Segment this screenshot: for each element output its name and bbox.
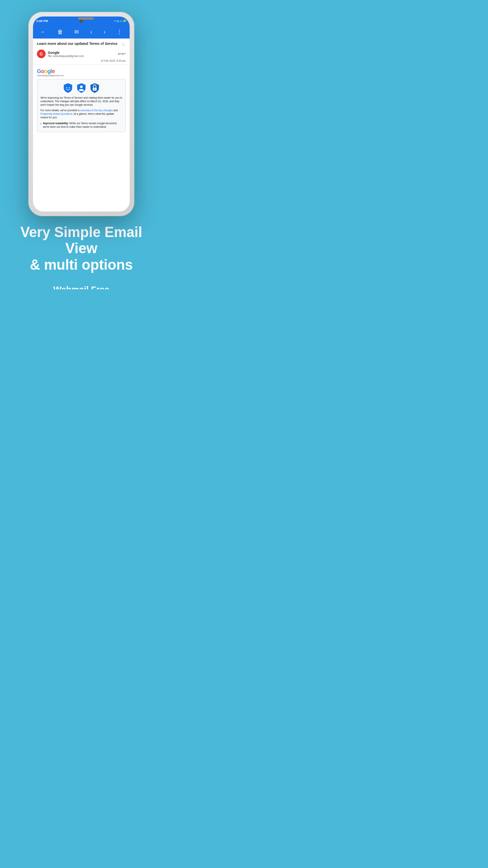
shields-row [63, 83, 100, 94]
trash-button[interactable]: 🗑 [57, 29, 63, 35]
email-subject-row: Learn more about our updated Terms of Se… [37, 42, 126, 47]
headline-line2: & multi options [30, 257, 133, 273]
body-prefix: For more details, we've provided a [40, 109, 80, 112]
body-mid: and [113, 109, 118, 112]
mail-button[interactable]: ✉ [74, 29, 79, 35]
faq-link[interactable]: Frequently Asked Questions [40, 112, 72, 115]
svg-point-0 [66, 87, 67, 88]
shield-person-icon [76, 83, 86, 94]
google-logo: Google [37, 68, 126, 74]
email-subject: Learn more about our updated Terms of Se… [37, 42, 120, 46]
back-button[interactable]: ← [40, 29, 46, 35]
signal-icon: ••• [114, 20, 116, 22]
sender-avatar: G [37, 50, 46, 58]
google-logo-area: Google celestialquad@gmail.com [37, 68, 126, 77]
bottom-section: Very Simple Email View & multi options W… [0, 224, 163, 289]
sender-row: G Google To: celestialquad@gmail.com ↩↩ [37, 50, 126, 58]
status-icons: ••• ⊞ ⊙ 35 [114, 20, 127, 22]
body-text-1: We're improving our Terms of Service and… [40, 96, 122, 107]
headline-line1: Very Simple Email View [20, 224, 142, 256]
google-email-sub: celestialquad@gmail.com [37, 74, 126, 77]
phone-screen: 3:08 PM ••• ⊞ ⊙ 35 ← 🗑 ✉ ‹ › ⋮ [33, 17, 130, 211]
bullet-content: Improved readability: While our Terms re… [43, 121, 122, 129]
shield-smiley-icon [63, 83, 73, 94]
wifi-icon: ⊙ [120, 20, 122, 22]
svg-point-4 [94, 89, 95, 90]
sender-name: Google [48, 51, 118, 55]
bullet-label: Improved readability: [43, 122, 69, 125]
body-text-2: For more details, we've provided a summa… [40, 108, 122, 119]
status-time: 3:08 PM [36, 19, 48, 23]
star-icon[interactable]: ☆ [121, 42, 126, 47]
main-headline: Very Simple Email View & multi options [12, 224, 151, 273]
bullet-item: • Improved readability: While our Terms … [40, 121, 122, 129]
app-name: Webmail Free [12, 285, 151, 289]
more-button[interactable]: ⋮ [117, 29, 122, 35]
shield-lock-icon [90, 83, 100, 94]
sender-info: Google To: celestialquad@gmail.com [48, 51, 118, 57]
email-date: 22 Feb 2020, 9:44 am [37, 59, 126, 62]
battery-icon: 35 [123, 20, 127, 22]
next-button[interactable]: › [104, 29, 106, 35]
svg-point-2 [80, 85, 83, 88]
phone-body: 3:08 PM ••• ⊞ ⊙ 35 ← 🗑 ✉ ‹ › ⋮ [28, 12, 134, 216]
reply-icon[interactable]: ↩↩ [118, 51, 126, 57]
speaker [78, 17, 94, 20]
svg-point-1 [69, 87, 70, 88]
email-body: Google celestialquad@gmail.com [33, 65, 130, 138]
lte-icon: ⊞ [117, 20, 119, 22]
bullet-dot: • [40, 122, 41, 129]
sender-to: To: celestialquad@gmail.com [48, 55, 118, 57]
shields-box: We're improving our Terms of Service and… [37, 79, 126, 132]
summary-link[interactable]: summary of the key changes [80, 109, 113, 112]
email-toolbar: ← 🗑 ✉ ‹ › ⋮ [33, 25, 130, 39]
prev-button[interactable]: ‹ [90, 29, 92, 35]
phone-mockup: 3:08 PM ••• ⊞ ⊙ 35 ← 🗑 ✉ ‹ › ⋮ [28, 12, 134, 216]
email-header: Learn more about our updated Terms of Se… [33, 39, 130, 65]
